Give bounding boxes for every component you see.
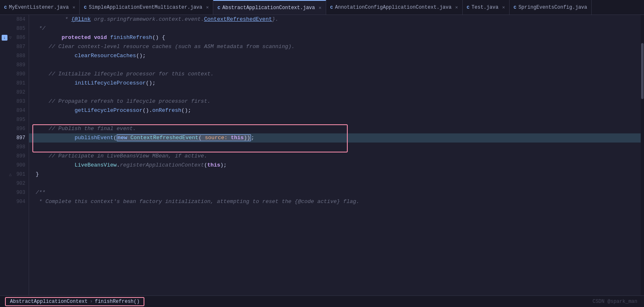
gutter-901: △ 901 [0, 170, 29, 179]
gutter-898: 898 [0, 143, 29, 152]
fold-close-901[interactable]: △ [9, 172, 12, 177]
linenum-894: 894 [16, 108, 25, 114]
line-content-901: } [36, 170, 39, 179]
code-line-898 [29, 143, 644, 152]
tab-icon-5: C [467, 5, 470, 10]
linenum-891: 891 [16, 80, 25, 86]
gutter-884: 884 [0, 15, 29, 24]
tab-annotationconfigapplicationcontext[interactable]: C AnnotationConfigApplicationContext.jav… [326, 0, 463, 15]
code-line-889 [29, 60, 644, 70]
tab-close-3[interactable]: ✕ [319, 5, 322, 10]
gutter-889: 889 [0, 60, 29, 70]
linenum-897: 897 [16, 135, 25, 141]
linenum-904: 904 [16, 199, 25, 205]
gutter-900: 900 [0, 161, 29, 170]
code-line-888: clearResourceCaches(); [29, 51, 644, 60]
code-line-895 [29, 115, 644, 124]
scrollbar-vertical[interactable] [641, 15, 644, 295]
linenum-892: 892 [16, 89, 25, 95]
tab-close-2[interactable]: ✕ [206, 5, 209, 10]
tab-close-5[interactable]: ✕ [502, 5, 505, 10]
gutter-887: 887 [0, 42, 29, 51]
tab-close-1[interactable]: ✕ [73, 5, 76, 10]
editor: 884 885 ↓ ▽ 886 887 888 889 890 891 892 … [0, 15, 644, 295]
line-content-889 [36, 60, 39, 70]
bookmark-886: ↓ [2, 35, 7, 41]
line-content-903: /** [36, 188, 45, 197]
linenum-895: 895 [16, 117, 25, 123]
gutter-888: 888 [0, 51, 29, 60]
gutter-886: ↓ ▽ 886 [0, 33, 29, 42]
code-line-894: getLifecycleProcessor().onRefresh(); [29, 106, 644, 115]
gutter-890: 890 [0, 70, 29, 79]
line-content-898 [36, 143, 39, 152]
line-content-902 [36, 179, 39, 188]
linenum-885: 885 [16, 26, 25, 31]
linenum-896: 896 [16, 126, 25, 132]
line-numbers: 884 885 ↓ ▽ 886 887 888 889 890 891 892 … [0, 15, 29, 295]
tab-label-5: Test.java [471, 5, 498, 10]
tab-label-2: SimpleApplicationEventMulticaster.java [89, 5, 202, 10]
linenum-886: 886 [16, 35, 25, 41]
tab-simpleapplicationeventmulticaster[interactable]: C SimpleApplicationEventMulticaster.java… [80, 0, 213, 15]
code-line-901: } [29, 170, 644, 179]
linenum-903: 903 [16, 190, 25, 196]
code-line-886: protected void finishRefresh() { [29, 33, 644, 42]
gutter-903: 903 [0, 188, 29, 197]
code-line-897: publishEvent(new ContextRefreshedEvent( … [29, 133, 644, 143]
breadcrumb-class: AbstractApplicationContext [10, 299, 88, 305]
linenum-888: 888 [16, 53, 25, 59]
tab-icon-3: C [217, 5, 220, 10]
line-content-892 [36, 88, 39, 97]
gutter-904: 904 [0, 197, 29, 206]
tab-icon-4: C [330, 5, 333, 10]
gutter-899: 899 [0, 152, 29, 161]
code-line-892 [29, 88, 644, 97]
tab-icon-6: C [514, 5, 517, 10]
code-line-903: /** [29, 188, 644, 197]
gutter-902: 902 [0, 179, 29, 188]
tab-abstractapplicationcontext[interactable]: C AbstractApplicationContext.java ✕ [213, 0, 326, 15]
selected-text-897: new ContextRefreshedEvent( source: this)… [117, 134, 251, 141]
tab-icon-1: C [4, 5, 7, 10]
code-line-902 [29, 179, 644, 188]
status-bar: AbstractApplicationContext › finishRefre… [0, 295, 644, 307]
linenum-884: 884 [16, 17, 25, 22]
tab-label-4: AnnotationConfigApplicationContext.java [335, 5, 451, 10]
gutter-894: 894 [0, 106, 29, 115]
tab-label-6: SpringEventsConfig.java [518, 5, 587, 10]
gutter-885: 885 [0, 24, 29, 33]
tab-label-3: AbstractApplicationContext.java [222, 5, 315, 11]
tab-label-1: MyEventListener.java [9, 5, 69, 10]
fold-open-886[interactable]: ▽ [9, 35, 12, 40]
linenum-887: 887 [16, 44, 25, 50]
tab-springeventsconfig[interactable]: C SpringEventsConfig.java [510, 0, 592, 15]
breadcrumb-separator: › [90, 299, 93, 305]
linenum-898: 898 [16, 144, 25, 150]
scrollbar-thumb [641, 43, 644, 99]
tab-bar: C MyEventListener.java ✕ C SimpleApplica… [0, 0, 644, 15]
linenum-900: 900 [16, 162, 25, 168]
line-content-904: * Complete this context's bean factory i… [36, 197, 359, 206]
gutter-891: 891 [0, 79, 29, 88]
linenum-901: 901 [16, 172, 25, 177]
code-line-900: LiveBeansView.registerApplicationContext… [29, 161, 644, 170]
tab-close-4[interactable]: ✕ [455, 5, 458, 10]
linenum-889: 889 [16, 62, 25, 68]
code-line-904: * Complete this context's bean factory i… [29, 197, 644, 206]
gutter-897: 897 [0, 133, 29, 143]
code-area[interactable]: * {@link org.springframework.context.eve… [29, 15, 644, 295]
linenum-893: 893 [16, 99, 25, 104]
tab-icon-2: C [84, 5, 87, 10]
tab-myeventlistener[interactable]: C MyEventListener.java ✕ [0, 0, 80, 15]
gutter-892: 892 [0, 88, 29, 97]
tab-test[interactable]: C Test.java ✕ [463, 0, 510, 15]
linenum-899: 899 [16, 153, 25, 159]
line-content-895 [36, 115, 39, 124]
code-line-884: * {@link org.springframework.context.eve… [29, 15, 644, 24]
gutter-893: 893 [0, 97, 29, 106]
code-line-891: initLifecycleProcessor(); [29, 79, 644, 88]
linenum-902: 902 [16, 181, 25, 186]
linenum-890: 890 [16, 71, 25, 77]
breadcrumb-method: finishRefresh() [95, 299, 139, 305]
